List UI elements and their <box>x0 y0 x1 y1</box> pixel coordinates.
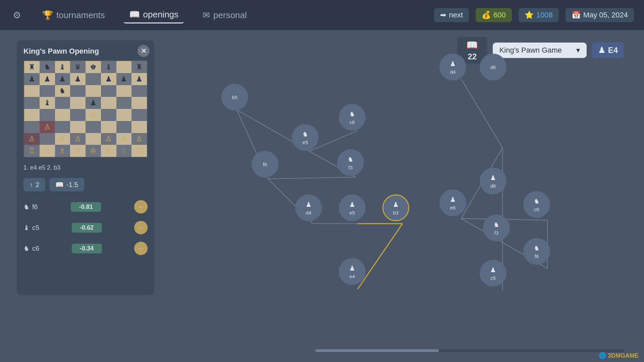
board-cell <box>40 133 55 145</box>
board-cell <box>86 133 101 145</box>
board-cell: ♟ <box>86 97 101 109</box>
next-label: next <box>449 11 463 19</box>
stat-count: 2 <box>36 181 39 189</box>
board-cell <box>70 97 86 109</box>
node-d6-right[interactable]: ♟ d6 <box>480 168 506 194</box>
board-cell <box>116 85 132 97</box>
top-navigation: ⚙ 🏆 tournaments 📖 openings ✉ personal ➡ … <box>0 0 644 30</box>
date-display[interactable]: 📅 May 05, 2024 <box>566 8 634 22</box>
nav-tournaments[interactable]: 🏆 tournaments <box>37 7 110 23</box>
panel-title: King's Pawn Opening <box>23 47 148 56</box>
node-e5-top[interactable]: ♞ e5 <box>292 124 319 151</box>
opening-selector[interactable]: King's Pawn Game ▾ <box>493 43 587 58</box>
star-icon: ⭐ <box>525 11 534 19</box>
node-b3-center[interactable]: ♟ b3 <box>382 194 409 221</box>
board-cell: ♝ <box>55 61 70 73</box>
book-icon-small: 📖 <box>55 181 64 189</box>
stat-score-pill: 📖 -1.5 <box>49 178 84 191</box>
svg-line-8 <box>268 177 356 179</box>
settings-icon[interactable]: ⚙ <box>10 8 23 22</box>
scroll-thumb[interactable] <box>315 349 439 352</box>
move-notation: 1. e4 e5 2. b3 <box>23 162 148 173</box>
node-f6-left[interactable]: f6 <box>252 151 278 178</box>
coins-display: 💰 600 <box>476 8 512 22</box>
board-cell: ♛ <box>70 61 86 73</box>
board-cell: ♗ <box>55 145 70 157</box>
board-cell: ♖ <box>131 145 147 157</box>
board-cell <box>55 121 70 133</box>
close-button[interactable]: ✕ <box>138 45 150 57</box>
node-f3-right[interactable]: ♞ f3 <box>483 215 510 241</box>
node-f6-right[interactable]: ♞ f6 <box>523 238 550 265</box>
node-e6-right[interactable]: ♟ e6 <box>439 189 466 216</box>
coins-value: 600 <box>493 11 506 19</box>
node-e4-bottom[interactable]: ♟ e4 <box>339 258 366 285</box>
board-cell <box>101 109 116 121</box>
piece-icon-3: ♞ <box>23 244 30 252</box>
board-cell <box>86 121 101 133</box>
board-cell <box>55 109 70 121</box>
move-3-name: ♞ c6 <box>23 244 39 252</box>
board-cell <box>101 121 116 133</box>
board-cell: ♙ <box>70 133 86 145</box>
board-cell: ♘ <box>40 145 55 157</box>
board-cell <box>116 61 132 73</box>
board-cell: ♟ <box>116 73 132 85</box>
board-cell: ♙ <box>40 121 55 133</box>
move-row: ♞ f6 -0.81 ⋯ <box>23 198 148 216</box>
score-3: -0.34 <box>72 244 102 253</box>
nav-personal[interactable]: ✉ personal <box>197 7 252 23</box>
board-cell: ♞ <box>55 85 70 97</box>
book-icon-large: 📖 <box>466 40 478 51</box>
horizontal-scrollbar[interactable] <box>315 349 624 352</box>
board-cell <box>40 85 55 97</box>
chess-board: ♜♞♝♛♚♝♜♟♟♟♟♟♟♟♞♝♟♙♙♙♙♙♙♙♙♖♘♗♕♔♗♘♖ <box>23 60 148 158</box>
node-e5-mid[interactable]: ♟ e5 <box>339 194 366 221</box>
move-2-name: ♝ c5 <box>23 224 39 232</box>
board-cell: ♜ <box>24 61 40 73</box>
move-row: ♞ c6 -0.34 ⋯ <box>23 240 148 257</box>
board-cell: ♝ <box>101 61 116 73</box>
board-cell: ♚ <box>86 61 101 73</box>
board-cell <box>86 85 101 97</box>
piece-icon-1: ♞ <box>23 203 30 211</box>
board-cell: ♔ <box>86 145 101 157</box>
board-cell <box>131 97 147 109</box>
openings-label: openings <box>143 9 179 20</box>
node-d6-top[interactable]: d6 <box>480 54 506 80</box>
board-cell: ♟ <box>131 73 147 85</box>
board-cell <box>101 97 116 109</box>
stat-count-pill: ↑ 2 <box>23 178 45 191</box>
move-list: ♞ f6 -0.81 ⋯ ♝ c5 -0.62 ⋯ ♞ c6 <box>23 198 148 257</box>
network-btn-2[interactable]: ⋯ <box>134 221 148 234</box>
move-3-label: c6 <box>32 245 39 252</box>
e4-badge[interactable]: ♟ E4 <box>592 42 624 58</box>
board-cell <box>116 121 132 133</box>
mail-icon: ✉ <box>203 10 210 20</box>
personal-label: personal <box>213 10 247 20</box>
trophy-icon: 🏆 <box>42 10 53 20</box>
next-button[interactable]: ➡ next <box>434 8 469 22</box>
score-2: -0.62 <box>72 223 102 233</box>
network-btn-3[interactable]: ⋯ <box>134 242 148 255</box>
node-c6-top[interactable]: ♞ c6 <box>339 104 366 131</box>
stat-score: -1.5 <box>66 181 78 189</box>
node-f3-mid[interactable]: ♞ f3 <box>337 149 364 176</box>
node-d4-left[interactable]: ♟ d4 <box>295 194 322 221</box>
board-cell: ♝ <box>40 97 55 109</box>
board-cell <box>116 97 132 109</box>
e4-label: E4 <box>608 46 618 55</box>
node-c5-bottom[interactable]: ♟ c5 <box>480 260 506 287</box>
date-value: May 05, 2024 <box>583 11 628 19</box>
node-d4-right[interactable]: ♟ d4 <box>439 54 466 80</box>
board-cell: ♙ <box>131 133 147 145</box>
node-c6-right[interactable]: ♞ c6 <box>523 191 550 218</box>
board-cell <box>131 85 147 97</box>
move-2-label: c5 <box>32 224 39 232</box>
node-b5[interactable]: b5 <box>221 84 248 111</box>
nav-openings[interactable]: 📖 openings <box>124 7 184 23</box>
coin-icon: 💰 <box>482 11 491 19</box>
network-btn-1[interactable]: ⋯ <box>134 200 148 214</box>
board-cell <box>116 109 132 121</box>
board-cell <box>101 85 116 97</box>
